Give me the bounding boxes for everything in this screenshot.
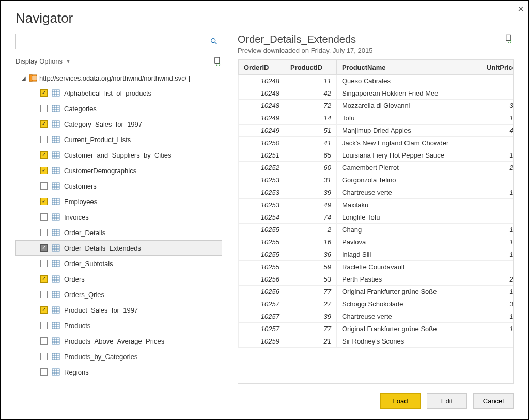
cell-ProductName: Original Frankfurter grüne Soße [337,323,481,335]
checkbox[interactable] [40,368,48,376]
search-row [15,34,222,49]
tree-item[interactable]: Orders_Qries [15,287,222,302]
cell-ProductID: 41 [285,137,337,149]
refresh-preview-icon[interactable] [504,34,514,43]
table-icon [52,135,60,144]
table-row[interactable]: 1025536Inlagd Sill15 [239,248,514,261]
table-row[interactable]: 1024951Manjimup Dried Apples42 [239,125,514,137]
cell-ProductID: 2 [285,224,337,236]
search-input[interactable] [16,34,206,49]
tree-item[interactable]: Products_Above_Average_Prices [15,333,222,349]
column-header[interactable]: ProductID [285,60,337,75]
table-row[interactable]: 1025331Gorgonzola Telino [239,174,514,186]
tree-root[interactable]: ◢ http://services.odata.org/northwind/no… [15,71,222,85]
cell-UnitPrice: 7 [481,137,514,149]
preview-title: Order_Details_Extendeds [238,34,372,45]
table-row[interactable]: 1025349Maxilaku [239,199,514,211]
tree-item[interactable]: Products [15,318,222,333]
checkbox[interactable] [40,213,48,221]
tree-item[interactable]: ✓Customer_and_Suppliers_by_Cities [15,147,222,163]
edit-button[interactable]: Edit [427,393,467,409]
cancel-button[interactable]: Cancel [473,393,514,409]
table-row[interactable]: 1025777Original Frankfurter grüne Soße10 [239,323,514,335]
table-icon [52,120,60,128]
table-row[interactable]: 1025339Chartreuse verte14 [239,186,514,199]
tree-item-label: Customers [64,182,97,190]
table-row[interactable]: 1025653Perth Pasties26 [239,273,514,286]
table-row[interactable]: 1025165Louisiana Fiery Hot Pepper Sauce1… [239,149,514,162]
checkbox[interactable] [40,136,48,143]
tree-item[interactable]: Regions [15,364,222,380]
tree-scroll[interactable]: ◢ http://services.odata.org/northwind/no… [15,71,222,384]
table-row[interactable]: 1025739Chartreuse verte14 [239,310,514,323]
checkbox[interactable] [40,291,48,298]
table-row[interactable]: 1025041Jack's New England Clam Chowder7 [239,137,514,149]
tree-item[interactable]: Categories [15,101,222,116]
tree-item[interactable]: Current_Product_Lists [15,132,222,147]
cell-OrderID: 10251 [239,149,285,162]
cell-OrderID: 10248 [239,87,285,100]
cell-ProductID: 59 [285,261,337,273]
checkbox[interactable]: ✓ [40,120,48,128]
tree-item[interactable]: Order_Details [15,225,222,240]
column-header[interactable]: UnitPrice [481,60,514,75]
tree-item[interactable]: Products_by_Categories [15,349,222,364]
tree-item[interactable]: ✓Employees [15,194,222,209]
checkbox[interactable] [40,260,48,267]
svg-rect-8 [52,90,59,96]
cell-UnitPrice [481,211,514,224]
checkbox[interactable]: ✓ [40,306,48,314]
table-row[interactable]: 1025260Camembert Pierrot27 [239,162,514,174]
table-row[interactable]: 1024842Singaporean Hokkien Fried Mee9 [239,87,514,100]
table-row[interactable]: 1025727Schoggi Schokolade35 [239,298,514,310]
checkbox[interactable]: ✓ [40,198,48,205]
column-header[interactable]: ProductName [337,60,481,75]
table-row[interactable]: 1025921Sir Rodney's Scones [239,335,514,348]
tree-item[interactable]: ✓Alphabetical_list_of_products [15,85,222,101]
tree-item-label: Regions [64,368,89,376]
tree-item[interactable]: ✓Orders [15,271,222,287]
table-row[interactable]: 1024811Queso Cabrales [239,75,514,87]
cell-ProductName: Louisiana Fiery Hot Pepper Sauce [337,149,481,162]
checkbox[interactable]: ✓ [40,167,48,174]
checkbox[interactable] [40,229,48,236]
checkbox[interactable] [40,353,48,360]
checkbox[interactable] [40,337,48,345]
table-icon [52,228,60,237]
tree-item[interactable]: Order_Subtotals [15,256,222,271]
checkbox[interactable]: ✓ [40,244,48,252]
cell-UnitPrice: 9 [481,87,514,100]
tree-item[interactable]: ✓Category_Sales_for_1997 [15,116,222,132]
tree-item[interactable]: ✓Order_Details_Extendeds [15,240,222,256]
cell-OrderID: 10249 [239,125,285,137]
checkbox[interactable]: ✓ [40,275,48,283]
load-button[interactable]: Load [380,393,421,409]
tree-item[interactable]: Invoices [15,209,222,225]
cell-UnitPrice: 42 [481,125,514,137]
table-row[interactable]: 1025559Raclette Courdavault [239,261,514,273]
close-icon[interactable]: × [518,3,524,15]
search-icon[interactable] [206,34,222,49]
grid-scroll[interactable]: OrderIDProductIDProductNameUnitPrice 102… [238,60,513,383]
checkbox[interactable]: ✓ [40,89,48,97]
table-row[interactable]: 1025516Pavlova13 [239,236,514,248]
table-row[interactable]: 1024914Tofu18 [239,112,514,125]
tree-item[interactable]: ✓CustomerDemographics [15,163,222,178]
checkbox[interactable] [40,182,48,190]
tree-item-label: Products_Above_Average_Prices [64,337,164,345]
cell-UnitPrice [481,199,514,211]
table-row[interactable]: 102552Chang15 [239,224,514,236]
display-options-dropdown[interactable]: Display Options ▼ [15,57,71,65]
table-icon [52,306,60,314]
table-icon [52,259,60,268]
refresh-icon[interactable] [213,56,222,66]
checkbox[interactable] [40,322,48,329]
checkbox[interactable]: ✓ [40,151,48,159]
tree-item[interactable]: ✓Product_Sales_for_1997 [15,302,222,318]
table-row[interactable]: 1025474Longlife Tofu [239,211,514,224]
tree-item[interactable]: Customers [15,178,222,194]
table-row[interactable]: 1025677Original Frankfurter grüne Soße10 [239,286,514,298]
table-row[interactable]: 1024872Mozzarella di Giovanni34 [239,100,514,112]
column-header[interactable]: OrderID [239,60,285,75]
checkbox[interactable] [40,105,48,112]
